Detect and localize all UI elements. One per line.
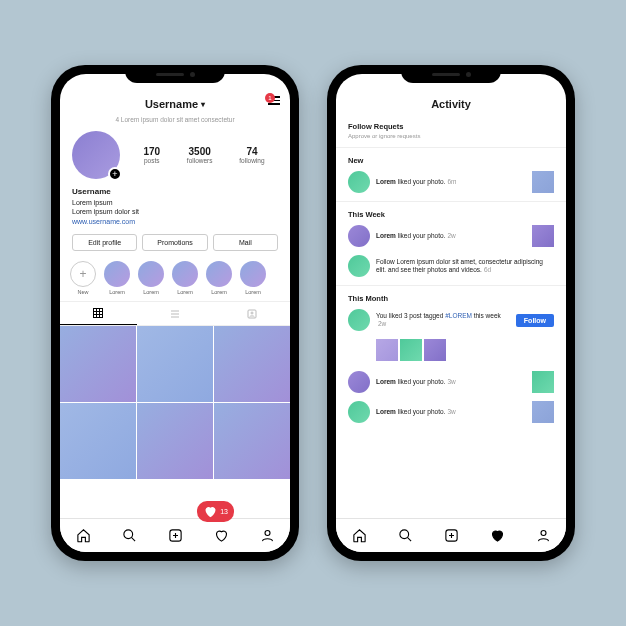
- add-story-icon[interactable]: +: [108, 167, 122, 181]
- post-grid: [60, 326, 290, 479]
- nav-search-icon[interactable]: [398, 528, 413, 543]
- nav-profile-icon[interactable]: [260, 528, 275, 543]
- section-this-week: This Week Lorem liked your photo.2w Foll…: [336, 204, 566, 283]
- story-highlights: +New Lorem Lorem Lorem Lorem Lorem: [60, 255, 290, 301]
- svg-point-16: [399, 530, 408, 539]
- edit-profile-button[interactable]: Edit profile: [72, 234, 137, 251]
- follow-button[interactable]: Follow: [516, 314, 554, 327]
- nav-home-icon[interactable]: [76, 528, 91, 543]
- activity-row[interactable]: Follow Lorem ipsum dolor sit amet, conse…: [348, 251, 554, 281]
- profile-top: + 170 posts 3500 followers 74 following: [60, 129, 290, 183]
- post-thumb[interactable]: [137, 403, 213, 479]
- username-text: Username: [145, 98, 198, 110]
- avatar-icon: [348, 371, 370, 393]
- activity-row[interactable]: Lorem liked your photo.6m: [348, 167, 554, 197]
- post-thumb[interactable]: [376, 339, 398, 361]
- list-icon: [169, 308, 181, 320]
- avatar-icon: [348, 309, 370, 331]
- nav-activity-icon[interactable]: [490, 528, 505, 543]
- post-thumb: [532, 401, 554, 423]
- post-thumb[interactable]: [400, 339, 422, 361]
- svg-point-10: [123, 530, 132, 539]
- bio-line1: Lorem ipsum: [72, 198, 278, 207]
- like-popup: 13: [197, 501, 234, 522]
- nav-activity-icon[interactable]: [214, 528, 229, 543]
- nav-add-icon[interactable]: [168, 528, 183, 543]
- screen-activity: Activity Follow Requets Approve or ignor…: [336, 74, 566, 552]
- promotions-button[interactable]: Promotions: [142, 234, 207, 251]
- follow-requests[interactable]: Follow Requets Approve or ignore request…: [336, 116, 566, 145]
- username-dropdown[interactable]: Username ▾: [145, 98, 205, 110]
- header-subtitle: 4 Lorem ipsum dolor sit amet consectetur: [60, 116, 290, 129]
- story-item[interactable]: Lorem: [206, 261, 232, 295]
- post-thumb[interactable]: [60, 326, 136, 402]
- avatar-icon: [348, 171, 370, 193]
- story-new[interactable]: +New: [70, 261, 96, 295]
- section-new: New Lorem liked your photo.6m: [336, 150, 566, 199]
- tab-tagged[interactable]: [213, 302, 290, 325]
- nav-home-icon[interactable]: [352, 528, 367, 543]
- mail-button[interactable]: Mail: [213, 234, 278, 251]
- svg-line-17: [407, 537, 411, 541]
- notification-badge: 1: [265, 93, 275, 103]
- tagged-thumbs: [336, 337, 566, 365]
- notch: [401, 65, 501, 83]
- stat-following[interactable]: 74 following: [239, 146, 264, 164]
- phone-activity: Activity Follow Requets Approve or ignor…: [327, 65, 575, 561]
- post-thumb[interactable]: [214, 326, 290, 402]
- story-item[interactable]: Lorem: [172, 261, 198, 295]
- post-thumb[interactable]: [424, 339, 446, 361]
- post-thumb: [532, 225, 554, 247]
- section-this-month: This Month You liked 3 post tagged #LORE…: [336, 288, 566, 337]
- tab-list[interactable]: [137, 302, 214, 325]
- bio: Username Lorem ipsum Lorem ipsum dolor s…: [60, 183, 290, 230]
- svg-line-11: [131, 537, 135, 541]
- avatar-icon: [348, 225, 370, 247]
- grid-icon: [92, 307, 104, 319]
- avatar[interactable]: +: [72, 131, 120, 179]
- profile-header: Username ▾ 1: [60, 94, 290, 116]
- activity-row[interactable]: Lorem liked your photo.2w: [348, 221, 554, 251]
- post-thumb: [532, 171, 554, 193]
- svg-point-9: [251, 312, 253, 314]
- svg-point-21: [541, 531, 546, 536]
- svg-point-15: [265, 531, 270, 536]
- nav-profile-icon[interactable]: [536, 528, 551, 543]
- avatar-icon: [348, 255, 370, 277]
- story-item[interactable]: Lorem: [240, 261, 266, 295]
- post-thumb[interactable]: [214, 403, 290, 479]
- profile-buttons: Edit profile Promotions Mail: [60, 230, 290, 255]
- bottom-nav: 13: [60, 518, 290, 552]
- story-item[interactable]: Lorem: [104, 261, 130, 295]
- bio-link[interactable]: www.username.com: [72, 217, 278, 226]
- stat-posts[interactable]: 170 posts: [143, 146, 160, 164]
- bio-line2: Lorem ipsum dolor sit: [72, 207, 278, 216]
- profile-tabs: [60, 301, 290, 326]
- avatar-icon: [348, 401, 370, 423]
- bio-username: Username: [72, 187, 278, 198]
- activity-row[interactable]: You liked 3 post tagged #LOREM this week…: [348, 305, 554, 335]
- activity-title: Activity: [336, 94, 566, 116]
- post-thumb: [532, 371, 554, 393]
- heart-icon: [203, 504, 218, 519]
- post-thumb[interactable]: [60, 403, 136, 479]
- activity-row[interactable]: Lorem liked your photo.3w: [348, 397, 554, 427]
- tab-grid[interactable]: [60, 302, 137, 325]
- menu-icon[interactable]: 1: [268, 96, 280, 105]
- post-thumb[interactable]: [137, 326, 213, 402]
- chevron-down-icon: ▾: [201, 100, 205, 109]
- activity-row[interactable]: Lorem liked your photo.3w: [348, 367, 554, 397]
- notch: [125, 65, 225, 83]
- nav-add-icon[interactable]: [444, 528, 459, 543]
- stats: 170 posts 3500 followers 74 following: [130, 146, 278, 164]
- bottom-nav: [336, 518, 566, 552]
- stat-followers[interactable]: 3500 followers: [187, 146, 213, 164]
- svg-rect-0: [94, 309, 103, 318]
- tagged-icon: [246, 308, 258, 320]
- screen-profile: Username ▾ 1 4 Lorem ipsum dolor sit ame…: [60, 74, 290, 552]
- story-item[interactable]: Lorem: [138, 261, 164, 295]
- nav-search-icon[interactable]: [122, 528, 137, 543]
- phone-profile: Username ▾ 1 4 Lorem ipsum dolor sit ame…: [51, 65, 299, 561]
